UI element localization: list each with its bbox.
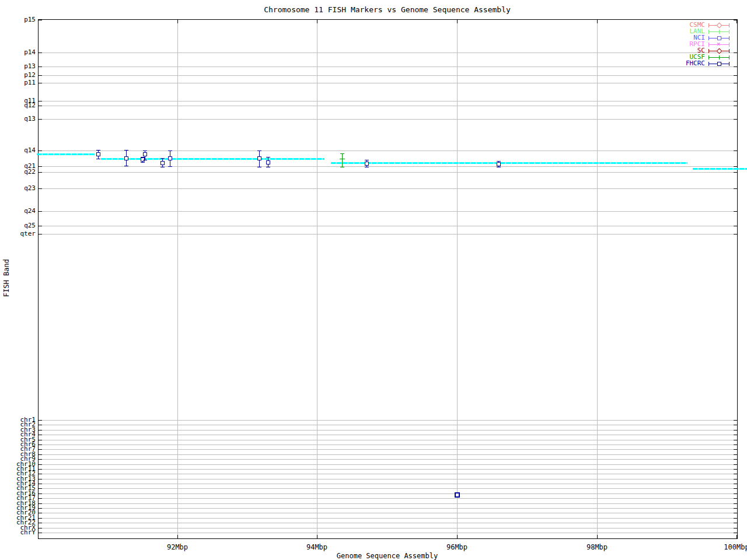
x-axis-title: Genome Sequence Assembly [38, 552, 736, 560]
nci-marker-icon [717, 36, 721, 40]
axis-tick [734, 66, 737, 67]
csmc-marker-icon [717, 23, 722, 29]
axis-tick [39, 449, 42, 450]
gridline [39, 484, 737, 484]
gridline [39, 498, 737, 499]
axis-tick [39, 444, 42, 445]
axis-tick [734, 454, 737, 455]
legend-sample-cap [729, 55, 729, 60]
error-bar-cap [266, 157, 270, 158]
axis-tick [39, 106, 42, 106]
axis-tick [734, 449, 737, 450]
band-tick-label: q14 [2, 148, 36, 153]
axis-tick [39, 528, 42, 528]
axis-tick [39, 66, 42, 67]
axis-tick [39, 188, 42, 189]
error-bar-cap [257, 167, 261, 167]
error-bar-cap [365, 160, 369, 160]
gridline [39, 430, 737, 430]
axis-tick [734, 234, 737, 235]
axis-tick [734, 188, 737, 189]
legend-sample-cap [708, 55, 709, 60]
gridline [39, 106, 737, 106]
error-bar-cap [96, 150, 100, 150]
legend-sample-cap [708, 36, 709, 40]
band-tick-label: q24 [2, 208, 36, 214]
axis-tick [734, 172, 737, 173]
data-point-fhcrc [160, 161, 165, 165]
gridline [39, 488, 737, 489]
axis-tick [177, 20, 178, 23]
axis-tick [39, 226, 42, 226]
axis-tick [736, 20, 737, 23]
axis-tick [39, 430, 42, 430]
assembly-segment [101, 158, 324, 160]
legend-sample-cap [708, 43, 709, 47]
axis-tick [734, 474, 737, 474]
data-point-fhcrc [124, 156, 128, 160]
x-tick-label: 96Mbp [439, 543, 474, 551]
error-bar-cap [266, 167, 270, 167]
axis-tick [734, 523, 737, 523]
gridline [39, 459, 737, 460]
gridline [39, 449, 737, 450]
axis-tick [734, 435, 737, 435]
axis-tick [736, 535, 737, 538]
legend-sample-cap [729, 36, 729, 40]
axis-tick [597, 535, 598, 538]
axis-tick [39, 75, 42, 76]
chart-canvas: Chromosome 11 FISH Markers vs Genome Seq… [0, 0, 747, 560]
error-bar-cap [124, 166, 128, 166]
assembly-segment [331, 162, 687, 164]
band-tick-label: q22 [2, 169, 36, 175]
gridline [39, 52, 737, 53]
gridline [457, 20, 458, 538]
axis-tick [734, 513, 737, 513]
error-bar-cap [143, 150, 147, 151]
gridline [39, 75, 737, 76]
gridline [39, 503, 737, 504]
gridline [39, 444, 737, 445]
fhcrc-marker-icon [717, 62, 721, 66]
gridline [39, 83, 737, 83]
gridline [39, 479, 737, 480]
axis-tick [734, 469, 737, 470]
band-tick-label: q13 [2, 116, 36, 122]
chrom-tick-label: chrY [2, 530, 36, 536]
axis-tick [734, 425, 737, 425]
gridline [39, 425, 737, 425]
legend-sample-cap [729, 43, 729, 47]
gridline [39, 188, 737, 189]
axis-tick [734, 488, 737, 489]
gridline [39, 508, 737, 509]
assembly-segment [37, 153, 95, 155]
axis-tick [734, 101, 737, 102]
axis-tick [39, 150, 42, 151]
legend-sample-cap [729, 23, 729, 27]
error-bar-cap [497, 161, 501, 162]
band-tick-label: q12 [2, 103, 36, 108]
axis-tick [39, 172, 42, 173]
axis-tick [39, 435, 42, 435]
gridline [39, 172, 737, 173]
axis-tick [39, 211, 42, 212]
axis-tick [39, 454, 42, 455]
lanl-marker-icon [719, 30, 720, 34]
axis-tick [734, 494, 737, 494]
gridline [39, 101, 737, 102]
gridline [39, 494, 737, 494]
gridline [39, 464, 737, 465]
axis-tick [734, 150, 737, 151]
gridline [39, 226, 737, 226]
axis-tick [734, 166, 737, 167]
chart-title: Chromosome 11 FISH Markers vs Genome Seq… [38, 5, 736, 14]
error-bar-cap [257, 150, 261, 151]
band-tick-label: q23 [2, 186, 36, 191]
error-bar-cap [365, 167, 369, 167]
axis-tick [734, 444, 737, 445]
axis-tick [734, 484, 737, 484]
axis-tick [734, 83, 737, 83]
gridline [39, 119, 737, 120]
band-tick-label: qter [2, 231, 36, 237]
data-point-fhcrc [96, 152, 100, 156]
